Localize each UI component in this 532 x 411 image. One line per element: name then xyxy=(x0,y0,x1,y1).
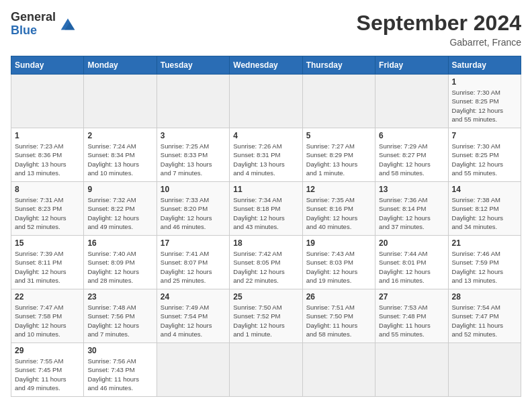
calendar-cell: 26Sunrise: 7:51 AMSunset: 7:50 PMDayligh… xyxy=(302,289,375,343)
day-detail: Sunrise: 7:23 AMSunset: 8:36 PMDaylight:… xyxy=(15,142,80,177)
day-number: 10 xyxy=(161,185,226,194)
day-detail: Sunrise: 7:30 AMSunset: 8:25 PMDaylight:… xyxy=(452,88,517,124)
day-detail: Sunrise: 7:47 AMSunset: 7:58 PMDaylight:… xyxy=(15,303,80,338)
day-number: 3 xyxy=(161,131,226,140)
day-detail: Sunrise: 7:49 AMSunset: 7:54 PMDaylight:… xyxy=(161,303,226,338)
day-detail: Sunrise: 7:31 AMSunset: 8:23 PMDaylight:… xyxy=(15,195,80,231)
column-header-tuesday: Tuesday xyxy=(157,56,229,75)
calendar-cell: 30Sunrise: 7:56 AMSunset: 7:43 PMDayligh… xyxy=(84,343,157,397)
day-number: 15 xyxy=(15,238,80,248)
day-number: 26 xyxy=(306,292,371,302)
calendar-cell: 16Sunrise: 7:40 AMSunset: 8:09 PMDayligh… xyxy=(84,236,157,289)
day-detail: Sunrise: 7:41 AMSunset: 8:07 PMDaylight:… xyxy=(161,249,226,285)
day-number: 1 xyxy=(452,77,517,87)
day-detail: Sunrise: 7:26 AMSunset: 8:31 PMDaylight:… xyxy=(233,142,298,177)
day-number: 25 xyxy=(233,292,298,302)
calendar-cell: 7Sunrise: 7:30 AMSunset: 8:25 PMDaylight… xyxy=(448,128,521,182)
day-detail: Sunrise: 7:39 AMSunset: 8:11 PMDaylight:… xyxy=(15,249,80,285)
day-number: 22 xyxy=(15,292,80,302)
day-detail: Sunrise: 7:33 AMSunset: 8:20 PMDaylight:… xyxy=(161,195,226,231)
calendar-cell: 1Sunrise: 7:30 AMSunset: 8:25 PMDaylight… xyxy=(448,75,521,128)
calendar-cell: 8Sunrise: 7:31 AMSunset: 8:23 PMDaylight… xyxy=(11,182,84,236)
day-detail: Sunrise: 7:40 AMSunset: 8:09 PMDaylight:… xyxy=(87,249,152,285)
logo-blue-text: Blue xyxy=(11,24,56,38)
logo-icon xyxy=(58,15,77,34)
calendar-cell: 23Sunrise: 7:48 AMSunset: 7:56 PMDayligh… xyxy=(84,289,157,343)
calendar-cell: 25Sunrise: 7:50 AMSunset: 7:52 PMDayligh… xyxy=(230,289,302,343)
day-detail: Sunrise: 7:43 AMSunset: 8:03 PMDaylight:… xyxy=(306,249,371,285)
day-detail: Sunrise: 7:46 AMSunset: 7:59 PMDaylight:… xyxy=(452,249,517,285)
calendar-week-row: 29Sunrise: 7:55 AMSunset: 7:45 PMDayligh… xyxy=(11,343,521,397)
calendar-cell: 5Sunrise: 7:27 AMSunset: 8:29 PMDaylight… xyxy=(302,128,375,182)
calendar-cell: 13Sunrise: 7:36 AMSunset: 8:14 PMDayligh… xyxy=(375,182,448,236)
day-detail: Sunrise: 7:36 AMSunset: 8:14 PMDaylight:… xyxy=(379,195,444,231)
day-detail: Sunrise: 7:56 AMSunset: 7:43 PMDaylight:… xyxy=(87,357,152,392)
calendar-cell: 21Sunrise: 7:46 AMSunset: 7:59 PMDayligh… xyxy=(448,236,521,289)
calendar-cell xyxy=(302,343,375,397)
calendar-cell: 19Sunrise: 7:43 AMSunset: 8:03 PMDayligh… xyxy=(302,236,375,289)
day-number: 17 xyxy=(161,238,226,248)
day-number: 29 xyxy=(15,346,80,355)
day-detail: Sunrise: 7:24 AMSunset: 8:34 PMDaylight:… xyxy=(87,142,152,177)
calendar-header-row: SundayMondayTuesdayWednesdayThursdayFrid… xyxy=(11,56,521,75)
day-number: 20 xyxy=(379,238,444,248)
calendar-cell: 9Sunrise: 7:32 AMSunset: 8:22 PMDaylight… xyxy=(84,182,157,236)
day-number: 24 xyxy=(161,292,226,302)
calendar-week-row: 1Sunrise: 7:30 AMSunset: 8:25 PMDaylight… xyxy=(11,75,521,128)
day-number: 7 xyxy=(452,131,517,140)
calendar-cell: 6Sunrise: 7:29 AMSunset: 8:27 PMDaylight… xyxy=(375,128,448,182)
day-detail: Sunrise: 7:32 AMSunset: 8:22 PMDaylight:… xyxy=(87,195,152,231)
day-detail: Sunrise: 7:27 AMSunset: 8:29 PMDaylight:… xyxy=(306,142,371,177)
day-number: 12 xyxy=(306,185,371,194)
day-number: 4 xyxy=(233,131,298,140)
calendar-cell: 2Sunrise: 7:24 AMSunset: 8:34 PMDaylight… xyxy=(84,128,157,182)
calendar-table: SundayMondayTuesdayWednesdayThursdayFrid… xyxy=(11,56,521,397)
calendar-cell: 17Sunrise: 7:41 AMSunset: 8:07 PMDayligh… xyxy=(157,236,229,289)
calendar-cell xyxy=(230,75,302,128)
day-number: 9 xyxy=(87,185,152,194)
day-detail: Sunrise: 7:38 AMSunset: 8:12 PMDaylight:… xyxy=(452,195,517,231)
calendar-cell: 1Sunrise: 7:23 AMSunset: 8:36 PMDaylight… xyxy=(11,128,84,182)
day-number: 11 xyxy=(233,185,298,194)
calendar-week-row: 8Sunrise: 7:31 AMSunset: 8:23 PMDaylight… xyxy=(11,182,521,236)
logo: General Blue xyxy=(11,11,77,38)
day-number: 19 xyxy=(306,238,371,248)
calendar-cell: 28Sunrise: 7:54 AMSunset: 7:47 PMDayligh… xyxy=(448,289,521,343)
calendar-cell: 10Sunrise: 7:33 AMSunset: 8:20 PMDayligh… xyxy=(157,182,229,236)
column-header-wednesday: Wednesday xyxy=(230,56,302,75)
day-detail: Sunrise: 7:25 AMSunset: 8:33 PMDaylight:… xyxy=(161,142,226,177)
day-detail: Sunrise: 7:51 AMSunset: 7:50 PMDaylight:… xyxy=(306,303,371,338)
calendar-cell xyxy=(375,343,448,397)
day-number: 27 xyxy=(379,292,444,302)
calendar-cell: 22Sunrise: 7:47 AMSunset: 7:58 PMDayligh… xyxy=(11,289,84,343)
day-detail: Sunrise: 7:34 AMSunset: 8:18 PMDaylight:… xyxy=(233,195,298,231)
calendar-cell: 3Sunrise: 7:25 AMSunset: 8:33 PMDaylight… xyxy=(157,128,229,182)
calendar-cell xyxy=(448,343,521,397)
calendar-cell: 20Sunrise: 7:44 AMSunset: 8:01 PMDayligh… xyxy=(375,236,448,289)
calendar-cell xyxy=(375,75,448,128)
calendar-cell: 29Sunrise: 7:55 AMSunset: 7:45 PMDayligh… xyxy=(11,343,84,397)
calendar-cell: 15Sunrise: 7:39 AMSunset: 8:11 PMDayligh… xyxy=(11,236,84,289)
day-detail: Sunrise: 7:54 AMSunset: 7:47 PMDaylight:… xyxy=(452,303,517,338)
location: Gabarret, France xyxy=(357,37,521,48)
calendar-cell xyxy=(302,75,375,128)
calendar-cell xyxy=(157,343,229,397)
day-detail: Sunrise: 7:30 AMSunset: 8:25 PMDaylight:… xyxy=(452,142,517,177)
calendar-cell xyxy=(11,75,84,128)
day-number: 5 xyxy=(306,131,371,140)
title-block: September 2024 Gabarret, France xyxy=(357,11,521,48)
day-detail: Sunrise: 7:48 AMSunset: 7:56 PMDaylight:… xyxy=(87,303,152,338)
column-header-friday: Friday xyxy=(375,56,448,75)
calendar-week-row: 15Sunrise: 7:39 AMSunset: 8:11 PMDayligh… xyxy=(11,236,521,289)
calendar-cell: 12Sunrise: 7:35 AMSunset: 8:16 PMDayligh… xyxy=(302,182,375,236)
day-number: 16 xyxy=(87,238,152,248)
month-title: September 2024 xyxy=(357,11,521,36)
day-number: 13 xyxy=(379,185,444,194)
day-number: 23 xyxy=(87,292,152,302)
column-header-saturday: Saturday xyxy=(448,56,521,75)
day-detail: Sunrise: 7:53 AMSunset: 7:48 PMDaylight:… xyxy=(379,303,444,338)
calendar-cell: 14Sunrise: 7:38 AMSunset: 8:12 PMDayligh… xyxy=(448,182,521,236)
day-detail: Sunrise: 7:42 AMSunset: 8:05 PMDaylight:… xyxy=(233,249,298,285)
day-number: 8 xyxy=(15,185,80,194)
calendar-cell xyxy=(157,75,229,128)
